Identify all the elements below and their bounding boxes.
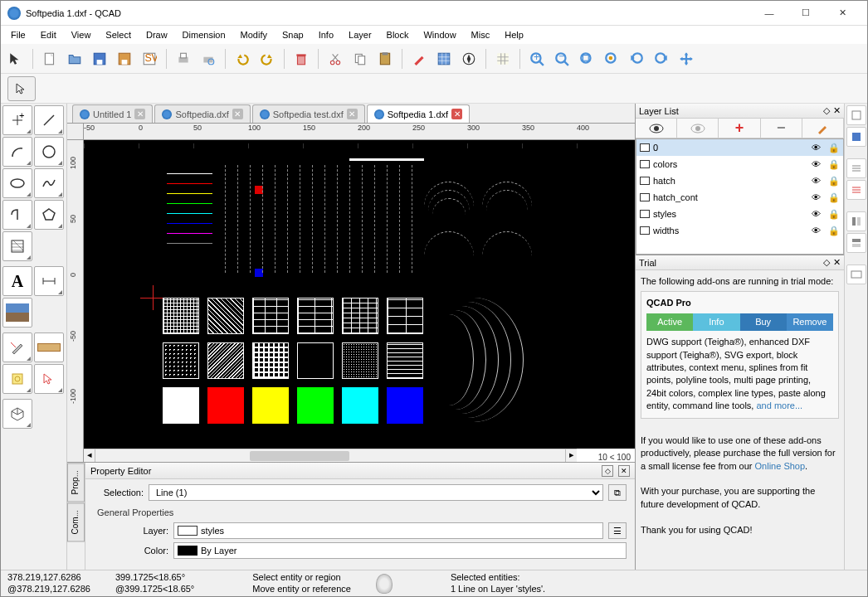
selection-filter-icon[interactable]: ⧉ bbox=[608, 484, 627, 501]
rtool-6[interactable] bbox=[846, 233, 866, 253]
layer-row-styles[interactable]: styles👁🔒 bbox=[636, 206, 843, 222]
pan-button[interactable] bbox=[675, 47, 698, 70]
vtab-command[interactable]: Com... bbox=[67, 502, 85, 541]
menu-dimension[interactable]: Dimension bbox=[176, 28, 232, 41]
zoom-next-button[interactable] bbox=[650, 47, 673, 70]
rtool-3[interactable] bbox=[846, 158, 866, 178]
rtool-5[interactable] bbox=[846, 211, 866, 231]
layer-remove-button[interactable]: − bbox=[761, 119, 802, 138]
layer-list[interactable]: 0👁🔒colors👁🔒hatch👁🔒hatch_cont👁🔒styles👁🔒wi… bbox=[636, 138, 844, 255]
panel-undock-icon[interactable]: ◇ bbox=[602, 465, 613, 477]
menu-misc[interactable]: Misc bbox=[465, 28, 497, 41]
hatch-button[interactable] bbox=[432, 47, 456, 70]
panel-close-icon[interactable]: ✕ bbox=[618, 465, 630, 477]
ruler-tool[interactable] bbox=[34, 332, 64, 362]
scrollbar-thumb[interactable] bbox=[250, 451, 349, 461]
minimize-button[interactable]: — bbox=[751, 2, 788, 25]
rtool-1[interactable] bbox=[846, 105, 866, 125]
dimension-tool[interactable] bbox=[34, 266, 64, 296]
eye-icon[interactable]: 👁 bbox=[812, 209, 825, 219]
line-tool[interactable] bbox=[34, 105, 64, 135]
zoom-in-button[interactable]: + bbox=[525, 47, 549, 70]
save-button[interactable] bbox=[88, 47, 111, 70]
image-tool[interactable] bbox=[2, 298, 32, 328]
layer-row-hatch[interactable]: hatch👁🔒 bbox=[636, 172, 843, 189]
layer-undock-icon[interactable]: ◇ bbox=[823, 105, 830, 116]
svg-export-button[interactable]: SVG bbox=[138, 47, 161, 70]
lock-icon[interactable]: 🔒 bbox=[828, 226, 840, 236]
print-button[interactable] bbox=[172, 47, 195, 70]
grid-button[interactable] bbox=[491, 47, 514, 70]
layer-edit-button[interactable] bbox=[802, 119, 844, 138]
iso-tool[interactable] bbox=[2, 399, 32, 429]
vtab-properties[interactable]: Prop... bbox=[67, 463, 85, 502]
rtool-7[interactable] bbox=[846, 265, 866, 284]
drawing-canvas[interactable] bbox=[84, 140, 635, 449]
cut-button[interactable] bbox=[324, 47, 347, 70]
lock-icon[interactable]: 🔒 bbox=[828, 176, 840, 187]
layer-menu-icon[interactable]: ☰ bbox=[608, 522, 627, 539]
menu-snap[interactable]: Snap bbox=[276, 28, 310, 41]
menu-layer[interactable]: Layer bbox=[342, 28, 378, 41]
lock-icon[interactable]: 🔒 bbox=[828, 192, 840, 203]
menu-window[interactable]: Window bbox=[417, 28, 462, 41]
lock-icon[interactable]: 🔒 bbox=[828, 159, 840, 170]
rtool-4[interactable] bbox=[846, 180, 866, 200]
new-button[interactable] bbox=[38, 47, 61, 70]
undo-button[interactable] bbox=[231, 47, 254, 70]
layer-row-widths[interactable]: widths👁🔒 bbox=[636, 222, 843, 239]
tab-close-icon[interactable]: ✕ bbox=[347, 109, 358, 119]
text-tool[interactable]: A bbox=[2, 266, 32, 296]
open-button[interactable] bbox=[63, 47, 86, 70]
menu-modify[interactable]: Modify bbox=[234, 28, 274, 41]
polyline-tool[interactable] bbox=[2, 200, 32, 230]
trial-undock-icon[interactable]: ◇ bbox=[823, 257, 830, 268]
layer-row-hatch_cont[interactable]: hatch_cont👁🔒 bbox=[636, 189, 843, 206]
prop-color-dropdown[interactable]: By Layer bbox=[173, 542, 627, 559]
tab-close-icon[interactable]: ✕ bbox=[451, 109, 462, 119]
menu-info[interactable]: Info bbox=[312, 28, 340, 41]
maximize-button[interactable]: ☐ bbox=[788, 2, 824, 25]
zoom-out-button[interactable]: − bbox=[550, 47, 573, 70]
layer-close-icon[interactable]: ✕ bbox=[833, 105, 841, 116]
block-tool[interactable] bbox=[2, 364, 32, 394]
delete-button[interactable] bbox=[290, 47, 313, 70]
lock-icon[interactable]: 🔒 bbox=[828, 143, 840, 153]
compass-button[interactable] bbox=[457, 47, 480, 70]
layer-hide-all-button[interactable] bbox=[677, 119, 719, 138]
measure-tool[interactable] bbox=[2, 332, 32, 362]
pointer-tool[interactable] bbox=[4, 47, 27, 70]
zoom-selection-button[interactable] bbox=[600, 47, 623, 70]
layer-show-all-button[interactable] bbox=[636, 119, 677, 138]
lock-icon[interactable]: 🔒 bbox=[828, 209, 840, 220]
menu-draw[interactable]: Draw bbox=[139, 28, 174, 41]
menu-view[interactable]: View bbox=[65, 28, 98, 41]
prop-layer-dropdown[interactable]: styles bbox=[173, 522, 603, 539]
pen-button[interactable] bbox=[407, 47, 431, 70]
close-button[interactable]: ✕ bbox=[824, 2, 861, 25]
tab-untitled-1[interactable]: Untitled 1✕ bbox=[72, 104, 153, 123]
spline-tool[interactable] bbox=[34, 168, 64, 198]
tab-softpedia-1-dxf[interactable]: Softpedia 1.dxf✕ bbox=[367, 104, 470, 123]
eye-icon[interactable]: 👁 bbox=[812, 226, 825, 235]
tab-softpedia-test-dxf[interactable]: Softpedia test.dxf✕ bbox=[252, 104, 365, 123]
rtool-2[interactable] bbox=[846, 127, 866, 147]
hatch-fill-tool[interactable] bbox=[2, 231, 32, 261]
tab-softpedia-dxf[interactable]: Softpedia.dxf✕ bbox=[154, 104, 250, 123]
menu-help[interactable]: Help bbox=[498, 28, 530, 41]
addon-buy-button[interactable]: Buy bbox=[740, 313, 787, 331]
layer-row-colors[interactable]: colors👁🔒 bbox=[636, 156, 843, 172]
eye-icon[interactable]: 👁 bbox=[812, 159, 825, 169]
menu-edit[interactable]: Edit bbox=[34, 28, 63, 41]
trial-close-icon[interactable]: ✕ bbox=[833, 257, 841, 268]
layer-add-button[interactable]: + bbox=[719, 119, 760, 138]
copy-button[interactable] bbox=[349, 47, 372, 70]
tab-close-icon[interactable]: ✕ bbox=[134, 109, 145, 119]
addon-active-button[interactable]: Active bbox=[646, 313, 693, 331]
tab-close-icon[interactable]: ✕ bbox=[232, 109, 243, 119]
selection-dropdown[interactable]: Line (1) bbox=[149, 484, 603, 501]
horizontal-scrollbar[interactable]: ◂ ▸ 10 < 100 bbox=[84, 449, 577, 462]
ellipse-tool[interactable] bbox=[2, 168, 32, 198]
circle-tool[interactable] bbox=[34, 137, 64, 167]
and-more-link[interactable]: and more... bbox=[756, 400, 802, 410]
